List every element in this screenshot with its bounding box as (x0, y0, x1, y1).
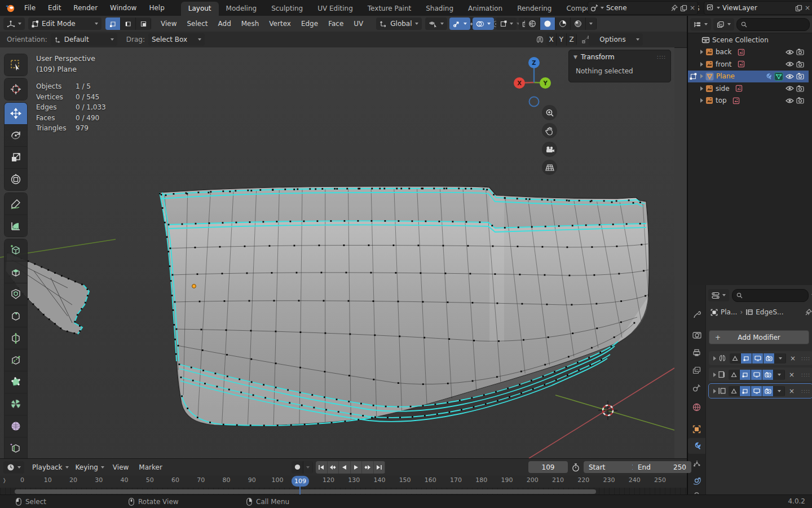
render-toggle[interactable] (764, 353, 775, 364)
zoom-button[interactable] (542, 105, 557, 120)
object-label[interactable]: side (716, 85, 730, 93)
breadcrumb-modifier[interactable]: EdgeS... (756, 308, 783, 316)
end-frame-field[interactable]: End 250 (633, 461, 691, 473)
show-overlays-toggle[interactable] (473, 17, 494, 30)
menu-select[interactable]: Select (182, 20, 213, 28)
menu-view[interactable]: View (156, 20, 182, 28)
menu-add[interactable]: Add (213, 20, 236, 28)
stopwatch-icon[interactable] (572, 463, 580, 472)
menu-edit[interactable]: Edit (42, 0, 67, 16)
current-frame-field[interactable]: 109 (528, 461, 568, 473)
tab-uv-editing[interactable]: UV Editing (310, 2, 360, 16)
timeline-ruler[interactable]: 0102030405060708090100110120130140150160… (0, 475, 687, 488)
menu-render[interactable]: Render (67, 0, 104, 16)
menu-mesh[interactable]: Mesh (236, 20, 264, 28)
tab-output[interactable] (688, 345, 705, 361)
rotate-tool[interactable] (5, 125, 27, 147)
tab-shading[interactable]: Shading (418, 2, 461, 16)
object-label[interactable]: front (716, 60, 732, 68)
menu-help[interactable]: Help (143, 0, 170, 16)
collection-row[interactable]: Scene Collection (688, 34, 809, 46)
mirror-z-button[interactable]: Z (567, 33, 577, 46)
hide-viewport-icon[interactable] (785, 85, 794, 91)
visibility-dropdown[interactable] (426, 17, 447, 30)
modifier-drag-handle[interactable]: :::: (801, 356, 810, 361)
tab-rendering[interactable]: Rendering (510, 2, 559, 16)
tab-sculpting[interactable]: Sculpting (264, 2, 310, 16)
auto-key-toggle[interactable] (292, 461, 303, 474)
modifier-row-solidify[interactable]: × :::: (709, 367, 812, 382)
add-modifier-button[interactable]: + Add Modifier (709, 330, 809, 344)
modifier-row-mirror[interactable]: × :::: (709, 351, 812, 365)
modifier-drag-handle[interactable]: :::: (801, 372, 810, 378)
tab-scene[interactable] (688, 380, 705, 396)
mirror-y-button[interactable]: Y (557, 33, 567, 46)
hide-viewport-icon[interactable] (785, 49, 794, 55)
delete-modifier-icon[interactable]: × (789, 371, 795, 379)
breadcrumb-object[interactable]: Pla... (721, 308, 737, 316)
solid-shading-button[interactable] (540, 17, 555, 30)
extrude-region-tool[interactable] (5, 261, 27, 283)
disable-render-icon[interactable] (796, 49, 804, 55)
pan-button[interactable] (542, 123, 557, 138)
on-cage-toggle[interactable] (729, 370, 740, 380)
blender-logo-icon[interactable] (5, 2, 16, 14)
realtime-toggle[interactable] (751, 370, 762, 380)
object-label[interactable]: back (716, 48, 732, 56)
edit-mode-toggle[interactable] (740, 386, 751, 396)
outliner-row-side[interactable]: side (688, 82, 809, 95)
tab-modeling[interactable]: Modeling (219, 2, 264, 16)
auto-key-dropdown[interactable] (303, 461, 313, 474)
hide-viewport-icon[interactable] (785, 73, 794, 80)
hide-viewport-icon[interactable] (785, 61, 794, 67)
tab-world[interactable] (688, 399, 705, 415)
outliner-row-plane-active[interactable]: Plane (688, 71, 809, 83)
tab-constraints-partial[interactable] (688, 487, 705, 494)
edit-mode-toggle[interactable] (740, 370, 751, 380)
new-scene-icon[interactable] (680, 5, 687, 12)
camera-view-button[interactable] (542, 142, 557, 157)
toggle-ortho-button[interactable] (542, 160, 557, 175)
tab-render[interactable] (688, 327, 705, 343)
editor-type-button[interactable] (3, 17, 25, 30)
menu-uv[interactable]: UV (348, 20, 368, 28)
edit-mode-toggle[interactable] (741, 353, 752, 364)
outliner-display-mode-dropdown[interactable] (690, 18, 711, 30)
disable-render-icon[interactable] (796, 97, 804, 104)
timeline-marker-menu[interactable]: Marker (134, 463, 167, 471)
pin-id-icon[interactable] (805, 309, 812, 316)
face-select-button[interactable] (136, 17, 151, 30)
rendered-shading-button[interactable] (571, 17, 586, 30)
main-mesh[interactable] (160, 186, 649, 426)
tab-view-layer[interactable] (688, 362, 705, 378)
menu-file[interactable]: File (18, 0, 42, 16)
modifier-row-edge-split[interactable]: × :::: (709, 384, 812, 398)
mirror-x-button[interactable]: X (546, 33, 557, 46)
expand-icon[interactable] (700, 50, 703, 54)
outliner-filter-dropdown[interactable] (713, 18, 734, 30)
transform-panel-header[interactable]: ▼ Transform :::: (569, 50, 670, 64)
annotate-tool[interactable] (5, 193, 27, 215)
vertex-select-button[interactable] (105, 17, 121, 30)
scale-tool[interactable] (5, 147, 27, 169)
shading-dropdown[interactable] (586, 17, 597, 30)
object-label[interactable]: top (716, 97, 727, 104)
viewlayer-name[interactable]: ViewLayer (722, 4, 793, 12)
menu-edge[interactable]: Edge (296, 20, 323, 28)
mesh-edit-overlays-dropdown[interactable] (496, 17, 517, 30)
knife-tool[interactable] (5, 349, 27, 371)
select-box-tool[interactable] (5, 54, 27, 76)
tab-tool[interactable] (688, 306, 705, 322)
keying-menu[interactable]: Keying (72, 461, 108, 474)
pin-icon[interactable] (671, 5, 678, 11)
jump-to-end-button[interactable] (374, 461, 386, 474)
timeline-expand-icon[interactable]: ❭ (2, 478, 7, 483)
transform-orientation-dropdown[interactable]: Global (376, 17, 421, 30)
new-viewlayer-icon[interactable] (795, 5, 802, 12)
remove-viewlayer-icon[interactable]: × (805, 4, 810, 12)
on-cage-toggle[interactable] (730, 353, 741, 364)
previous-keyframe-button[interactable] (328, 461, 339, 474)
extras-dropdown[interactable] (774, 386, 785, 396)
scene-name[interactable]: Scene (606, 4, 669, 12)
options-dropdown[interactable]: Options (589, 33, 643, 46)
